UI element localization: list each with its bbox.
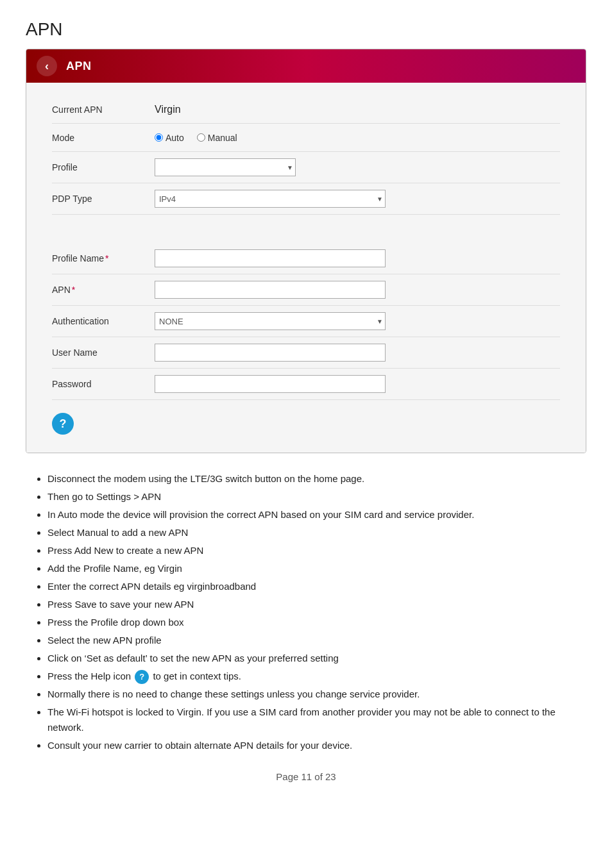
profile-name-input[interactable] — [155, 249, 386, 267]
current-apn-row: Current APN Virgin — [52, 96, 560, 124]
mode-manual-radio[interactable] — [197, 133, 205, 142]
apn-panel-header: ‹ APN — [26, 49, 586, 83]
list-item: The Wi-Fi hotspot is locked to Virgin. I… — [47, 705, 586, 735]
authentication-label: Authentication — [52, 316, 155, 326]
mode-radio-group: Auto Manual — [155, 133, 237, 143]
help-button[interactable]: ? — [52, 413, 74, 435]
instructions-list: Disconnect the modem using the LTE/3G sw… — [32, 471, 586, 753]
password-value — [155, 375, 560, 393]
profile-name-required: * — [105, 253, 108, 263]
pdp-type-select[interactable]: IPv4 — [155, 190, 386, 208]
page-footer: Page 11 of 23 — [26, 771, 586, 782]
inline-help-icon: ? — [135, 670, 149, 684]
back-button[interactable]: ‹ — [37, 56, 57, 76]
profile-name-row: Profile Name* — [52, 243, 560, 274]
authentication-row: Authentication NONE ▼ — [52, 306, 560, 337]
help-row: ? — [52, 400, 560, 437]
list-item: Enter the correct APN details eg virginb… — [47, 579, 586, 594]
instructions-section: Disconnect the modem using the LTE/3G sw… — [26, 471, 586, 753]
list-item: Select the new APN profile — [47, 633, 586, 648]
profile-name-value — [155, 249, 560, 267]
mode-label: Mode — [52, 133, 155, 143]
apn-row: APN* — [52, 274, 560, 306]
pdp-type-row: PDP Type IPv4 ▼ — [52, 183, 560, 215]
authentication-value: NONE ▼ — [155, 312, 560, 330]
profile-select[interactable] — [155, 158, 296, 176]
apn-label: APN* — [52, 285, 155, 295]
list-item: In Auto mode the device will provision t… — [47, 507, 586, 522]
mode-value: Auto Manual — [155, 133, 560, 143]
username-label: User Name — [52, 347, 155, 358]
list-item: Press Add New to create a new APN — [47, 543, 586, 558]
auth-select-wrapper: NONE ▼ — [155, 312, 386, 330]
list-item: Add the Profile Name, eg Virgin — [47, 561, 586, 576]
password-input[interactable] — [155, 375, 386, 393]
list-item: Select Manual to add a new APN — [47, 525, 586, 540]
spacer-row — [52, 215, 560, 243]
profile-value: ▼ — [155, 158, 560, 176]
profile-select-wrapper: ▼ — [155, 158, 296, 176]
profile-row: Profile ▼ — [52, 152, 560, 183]
pdp-type-label: PDP Type — [52, 194, 155, 204]
username-row: User Name — [52, 337, 560, 369]
password-label: Password — [52, 379, 155, 389]
profile-name-label: Profile Name* — [52, 253, 155, 263]
pdp-type-value: IPv4 ▼ — [155, 190, 560, 208]
list-item: Press Save to save your new APN — [47, 597, 586, 612]
profile-label: Profile — [52, 162, 155, 172]
current-apn-label: Current APN — [52, 104, 155, 115]
page-title: APN — [26, 19, 586, 40]
list-item: Press the Help icon ? to get in context … — [47, 669, 586, 684]
password-row: Password — [52, 369, 560, 400]
list-item: Consult your new carrier to obtain alter… — [47, 738, 586, 753]
mode-auto-radio[interactable] — [155, 133, 163, 142]
authentication-select[interactable]: NONE — [155, 312, 386, 330]
list-item: Disconnect the modem using the LTE/3G sw… — [47, 471, 586, 487]
apn-panel: ‹ APN Current APN Virgin Mode Auto — [26, 49, 586, 453]
list-item: Press the Profile drop down box — [47, 615, 586, 630]
username-value — [155, 344, 560, 362]
username-input[interactable] — [155, 344, 386, 362]
list-item: Normally there is no need to change thes… — [47, 687, 586, 702]
mode-row: Mode Auto Manual — [52, 124, 560, 152]
mode-manual-label[interactable]: Manual — [197, 133, 237, 143]
list-item: Click on ‘Set as default’ to set the new… — [47, 651, 586, 666]
current-apn-value: Virgin — [155, 104, 560, 115]
apn-panel-title: APN — [66, 60, 92, 73]
list-item: Then go to Settings > APN — [47, 489, 586, 505]
apn-value — [155, 281, 560, 299]
apn-form-body: Current APN Virgin Mode Auto Manual — [26, 83, 586, 453]
apn-required: * — [72, 285, 75, 295]
pdp-type-select-wrapper: IPv4 ▼ — [155, 190, 386, 208]
mode-auto-label[interactable]: Auto — [155, 133, 184, 143]
apn-input[interactable] — [155, 281, 386, 299]
